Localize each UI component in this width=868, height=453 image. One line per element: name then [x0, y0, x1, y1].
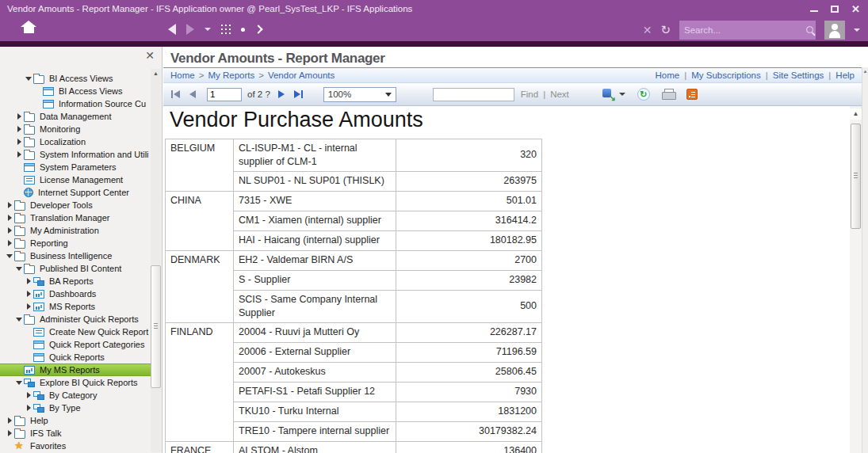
sidebar-close-icon[interactable]: ✕ [145, 49, 155, 62]
expander-open-icon[interactable] [5, 254, 14, 258]
sidebar-item-monitoring[interactable]: Monitoring [0, 123, 150, 135]
expander-closed-icon[interactable] [5, 417, 14, 424]
sidebar-item-administer-quick-reports[interactable]: Administer Quick Reports [0, 313, 150, 325]
sidebar-item-by-type[interactable]: By Type [0, 402, 150, 414]
vendor-cell: HAI - Haicang (internal) supplier [234, 230, 396, 250]
sidebar-item-system-information-and-utili[interactable]: System Information and Utili [0, 148, 150, 161]
refresh-icon[interactable]: ↻ [660, 24, 671, 36]
expander-closed-icon[interactable] [5, 240, 14, 246]
expander-closed-icon[interactable] [14, 113, 24, 120]
breadcrumb-link-vendor-amounts[interactable]: Vendor Amounts [268, 70, 335, 80]
sidebar-item-by-category[interactable]: By Category [0, 389, 150, 402]
find-input[interactable] [433, 88, 514, 101]
previous-page-button[interactable] [189, 90, 196, 98]
sidebar-item-explore-bi-quick-reports[interactable]: Explore BI Quick Reports [0, 376, 150, 389]
maximize-button[interactable] [831, 6, 839, 13]
sidebar-item-internet-support-center[interactable]: Internet Support Center [0, 186, 150, 199]
expander-closed-icon[interactable] [24, 405, 33, 411]
close-button[interactable]: ✕ [851, 4, 860, 14]
site-link-home[interactable]: Home [656, 70, 680, 80]
sidebar-item-reporting[interactable]: Reporting [0, 237, 150, 249]
breadcrumb-link-my-reports[interactable]: My Reports [208, 70, 254, 80]
expander-closed-icon[interactable] [5, 227, 14, 234]
page-number-input[interactable] [207, 88, 242, 101]
home-icon[interactable] [21, 21, 36, 36]
report-scrollbar-thumb[interactable] [851, 124, 861, 229]
sidebar-item-label: BI Access Views [58, 86, 123, 96]
sidebar-item-license-management[interactable]: License Management [0, 173, 150, 186]
next-link[interactable]: Next [550, 89, 569, 99]
sidebar-scrollbar[interactable]: ▲ [151, 69, 161, 452]
expander-closed-icon[interactable] [5, 215, 14, 221]
sidebar-item-data-management[interactable]: Data Management [0, 110, 150, 123]
sidebar-item-information-source-cu[interactable]: Information Source Cu [0, 97, 150, 110]
history-dropdown-icon[interactable] [205, 28, 211, 31]
forward-icon[interactable] [186, 24, 194, 35]
chevron-right-icon[interactable] [254, 25, 262, 33]
sidebar-item-quick-reports[interactable]: Quick Reports [0, 351, 150, 364]
sidebar-item-system-parameters[interactable]: System Parameters [0, 161, 150, 173]
sidebar-item-help[interactable]: Help [0, 414, 150, 427]
vendor-cell: TKU10 - Turku Internal [234, 402, 396, 421]
sidebar-item-bi-access-views[interactable]: BI Access Views [0, 85, 150, 97]
last-page-button[interactable] [294, 90, 303, 98]
expander-open-icon[interactable] [14, 381, 24, 385]
export-dropdown-icon[interactable] [619, 93, 625, 96]
scroll-up-icon[interactable]: ▲ [850, 108, 862, 120]
expander-open-icon[interactable] [24, 77, 33, 81]
expander-closed-icon[interactable] [24, 291, 33, 297]
search-input[interactable] [684, 25, 806, 35]
expander-closed-icon[interactable] [5, 202, 14, 208]
next-page-button[interactable] [278, 90, 285, 98]
sidebar-item-published-bi-content[interactable]: Published BI Content [0, 262, 150, 275]
minimize-button[interactable] [810, 10, 818, 12]
expander-closed-icon[interactable] [24, 278, 33, 284]
sidebar-item-ms-reports[interactable]: MS Reports [0, 300, 150, 313]
expander-closed-icon[interactable] [24, 392, 33, 398]
breadcrumb-link-home[interactable]: Home [170, 70, 195, 80]
expander-closed-icon[interactable] [14, 126, 24, 132]
site-link-my-subscriptions[interactable]: My Subscriptions [691, 70, 761, 80]
user-menu-dropdown-icon[interactable] [854, 29, 860, 32]
first-page-button[interactable] [171, 90, 180, 98]
sidebar-item-translation-manager[interactable]: Translation Manager [0, 211, 150, 224]
sidebar-item-my-administration[interactable]: My Administration [0, 224, 150, 237]
sidebar-item-developer-tools[interactable]: Developer Tools [0, 199, 150, 211]
sidebar-item-bi-access-views[interactable]: BI Access Views [0, 72, 150, 85]
sidebar-item-my-ms-reports[interactable]: My MS Reports [0, 364, 151, 376]
page-scrollbar-gutter[interactable]: ▲ [862, 67, 868, 453]
print-icon[interactable] [662, 89, 675, 100]
sidebar-item-favorites[interactable]: Favorites [0, 440, 150, 452]
find-link[interactable]: Find [521, 89, 538, 99]
sidebar-scrollbar-thumb[interactable] [151, 265, 161, 388]
sidebar-item-localization[interactable]: Localization [0, 135, 150, 148]
export-save-icon[interactable] [602, 89, 614, 101]
scroll-up-icon[interactable]: ▲ [862, 67, 868, 75]
sidebar-item-create-new-quick-report[interactable]: Create New Quick Report [0, 325, 150, 338]
report-scrollbar[interactable]: ▲ [850, 106, 862, 453]
stop-icon[interactable]: ✕ [643, 24, 652, 36]
expander-open-icon[interactable] [14, 318, 24, 322]
search-icon[interactable] [806, 26, 813, 33]
site-link-site-settings[interactable]: Site Settings [773, 70, 824, 80]
expander-closed-icon[interactable] [5, 430, 14, 436]
zoom-select[interactable]: 100% [323, 87, 396, 102]
sidebar-item-label: My Administration [29, 226, 99, 235]
scroll-up-icon[interactable]: ▲ [151, 69, 161, 78]
expander-closed-icon[interactable] [14, 139, 24, 145]
sidebar-item-dashboards[interactable]: Dashboards [0, 287, 150, 300]
sidebar-item-label: MS Reports [48, 302, 95, 311]
user-avatar[interactable] [824, 21, 845, 40]
report-refresh-icon[interactable]: ↻ [637, 88, 650, 101]
app-grid-icon[interactable] [221, 25, 231, 34]
sidebar-item-business-intelligence[interactable]: Business Intelligence [0, 249, 150, 262]
expander-open-icon[interactable] [14, 267, 24, 271]
sidebar-item-quick-report-categories[interactable]: Quick Report Categories [0, 338, 150, 351]
back-icon[interactable] [168, 24, 176, 35]
site-link-help[interactable]: Help [835, 70, 855, 80]
expander-closed-icon[interactable] [24, 303, 33, 310]
data-feed-icon[interactable] [686, 89, 698, 100]
sidebar-item-ifs-talk[interactable]: IFS Talk [0, 427, 150, 440]
sidebar-item-ba-reports[interactable]: BA Reports [0, 275, 150, 287]
expander-closed-icon[interactable] [14, 151, 24, 158]
